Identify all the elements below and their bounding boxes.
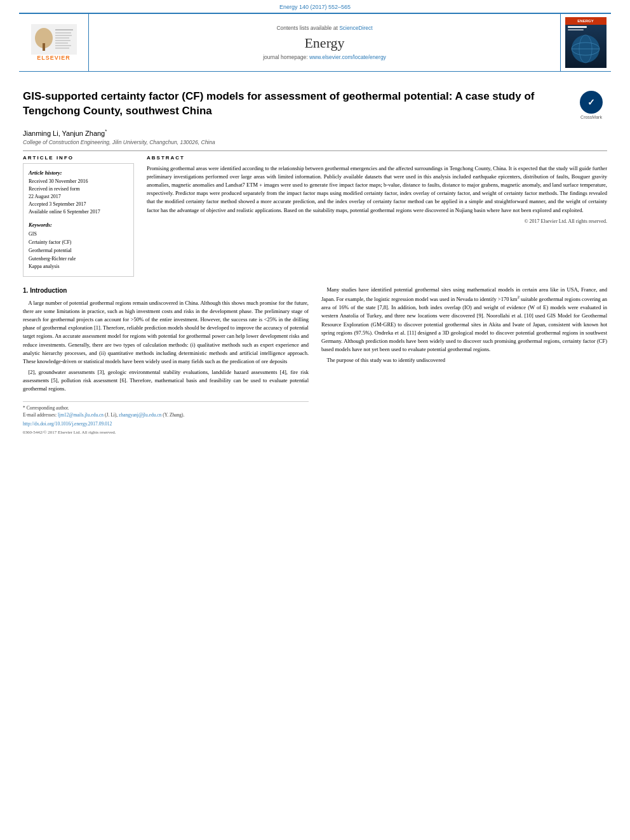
- email2-link[interactable]: zhangyanj@jlu.edu.cn: [119, 412, 161, 418]
- email1-link[interactable]: ljm12@mails.jlu.edu.cn: [58, 412, 104, 418]
- article-title: GIS-supported certainty factor (CF) mode…: [23, 90, 568, 119]
- journal-cover-svg: ENERGY: [565, 17, 607, 68]
- author-sup: *: [105, 128, 107, 134]
- journal-cover-image: ENERGY: [565, 17, 607, 68]
- crossmark-label: CrossMark: [580, 115, 602, 119]
- copyright-line: © 2017 Elsevier Ltd. All rights reserved…: [147, 218, 607, 224]
- elsevier-brand-text: ELSEVIER: [37, 55, 70, 61]
- affiliation-line: College of Construction Engineering, Jil…: [23, 139, 607, 145]
- journal-homepage-line: journal homepage: www.elsevier.com/locat…: [263, 54, 386, 60]
- section1-heading: 1. Introduction: [23, 286, 309, 296]
- available-date: Available online 6 September 2017: [29, 208, 128, 216]
- svg-rect-8: [55, 43, 68, 44]
- elsevier-logo-icon: [31, 24, 77, 55]
- body-col2-text: Many studies have identified potential g…: [321, 286, 607, 364]
- corresponding-author-note: * Corresponding author.: [23, 404, 309, 411]
- email-footnote: E-mail addresses: ljm12@mails.jlu.edu.cn…: [23, 411, 309, 418]
- doi-line: http://dx.doi.org/10.1016/j.energy.2017.…: [23, 420, 309, 428]
- doi-link[interactable]: http://dx.doi.org/10.1016/j.energy.2017.…: [23, 421, 112, 427]
- sciencedirect-line: Contents lists available at ScienceDirec…: [276, 25, 372, 31]
- journal-header: ELSEVIER Contents lists available at Sci…: [19, 13, 611, 72]
- main-content: GIS-supported certainty factor (CF) mode…: [0, 72, 630, 446]
- keyword-4: Gutenberg-Richter rule: [29, 255, 128, 263]
- svg-rect-6: [55, 37, 69, 39]
- svg-text:✓: ✓: [587, 97, 595, 107]
- svg-rect-14: [568, 29, 584, 30]
- keywords-title: Keywords:: [29, 221, 128, 229]
- authors-text: Jianming Li, Yanjun Zhang: [23, 130, 105, 137]
- corresponding-author-label: * Corresponding author.: [23, 405, 69, 411]
- col1-para2: [2], groundwater assessments [3], geolog…: [23, 368, 309, 394]
- footer-area: * Corresponding author. E-mail addresses…: [23, 401, 309, 436]
- crossmark-icon: ✓: [580, 91, 603, 114]
- svg-rect-10: [55, 48, 69, 49]
- article-info-col: ARTICLE INFO Article history: Received 3…: [23, 155, 134, 277]
- article-info-box: Article history: Received 30 November 20…: [23, 163, 134, 277]
- journal-header-center: Contents lists available at ScienceDirec…: [89, 14, 560, 71]
- journal-ref-text: Energy 140 (2017) 552–565: [279, 4, 351, 10]
- crossmark-area: ✓ CrossMark: [575, 91, 607, 119]
- col1-para1: A large number of potential geothermal r…: [23, 299, 309, 366]
- homepage-link[interactable]: www.elsevier.com/locate/energy: [309, 54, 386, 60]
- abstract-paragraph: Promising geothermal areas were identifi…: [147, 164, 607, 215]
- keyword-5: Kappa analysis: [29, 263, 128, 271]
- journal-ref-bar: Energy 140 (2017) 552–565: [0, 0, 630, 13]
- authors-line: Jianming Li, Yanjun Zhang*: [23, 128, 607, 137]
- svg-rect-3: [55, 29, 73, 30]
- body-section: 1. Introduction A large number of potent…: [23, 286, 607, 436]
- body-col-2: Many studies have identified potential g…: [321, 286, 607, 436]
- journal-title-large: Energy: [304, 35, 344, 51]
- svg-text:ENERGY: ENERGY: [577, 19, 593, 23]
- article-info-abstract-section: ARTICLE INFO Article history: Received 3…: [23, 155, 607, 277]
- sciencedirect-link[interactable]: ScienceDirect: [339, 25, 372, 31]
- revised-label: Received in revised form: [29, 185, 128, 193]
- svg-rect-9: [55, 45, 71, 46]
- journal-cover-area: ENERGY: [560, 14, 611, 71]
- article-info-heading: ARTICLE INFO: [23, 155, 134, 161]
- issn-line: 0360-5442/© 2017 Elsevier Ltd. All right…: [23, 429, 309, 436]
- elsevier-logo: ELSEVIER: [31, 24, 77, 61]
- svg-rect-2: [43, 43, 45, 51]
- svg-rect-5: [55, 35, 72, 36]
- article-history-title: Article history:: [29, 169, 128, 177]
- svg-rect-7: [55, 40, 70, 41]
- abstract-heading: ABSTRACT: [147, 155, 607, 161]
- svg-rect-4: [55, 32, 71, 34]
- received-date: Received 30 November 2016: [29, 178, 128, 185]
- elsevier-logo-area: ELSEVIER: [19, 14, 89, 71]
- divider-after-authors: [23, 150, 607, 151]
- keyword-1: GIS: [29, 230, 128, 239]
- svg-rect-13: [568, 26, 587, 28]
- keyword-3: Geothermal potential: [29, 247, 128, 255]
- article-title-section: GIS-supported certainty factor (CF) mode…: [23, 90, 607, 123]
- col2-para1: Many studies have identified potential g…: [321, 286, 607, 354]
- revised-date: 22 August 2017: [29, 193, 128, 201]
- body-col-1: 1. Introduction A large number of potent…: [23, 286, 309, 436]
- abstract-col: ABSTRACT Promising geothermal areas were…: [147, 155, 607, 277]
- accepted-date: Accepted 3 September 2017: [29, 201, 128, 208]
- col2-para2: The purpose of this study was to identif…: [321, 356, 607, 364]
- keyword-2: Certainty factor (CF): [29, 239, 128, 247]
- abstract-text: Promising geothermal areas were identifi…: [147, 164, 607, 215]
- body-col1-text: A large number of potential geothermal r…: [23, 299, 309, 394]
- page: Energy 140 (2017) 552–565: [0, 0, 630, 840]
